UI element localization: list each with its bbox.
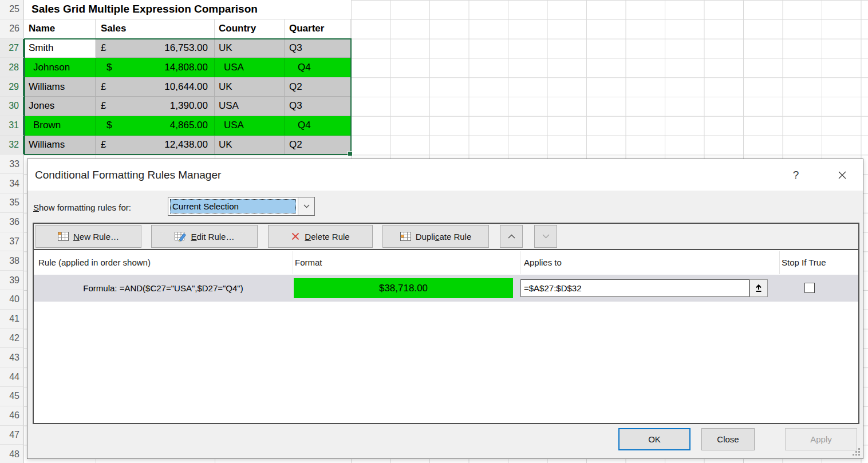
cell-country[interactable]: UK bbox=[215, 136, 285, 155]
header-format: Format bbox=[295, 250, 322, 275]
table-row: Williams £10,644.00 UK Q2 bbox=[24, 77, 351, 97]
excel-screen: 25 26 27 28 29 30 31 32 33 34 35 36 37 3… bbox=[0, 0, 868, 463]
dialog-titlebar: Conditional Formatting Rules Manager ? bbox=[27, 159, 863, 191]
col-header-name[interactable]: Name bbox=[24, 19, 96, 39]
sales-table: Sales Grid Multiple Expression Compariso… bbox=[24, 0, 351, 155]
currency-symbol: $ bbox=[106, 62, 112, 73]
row-header-31[interactable]: 31 bbox=[0, 116, 24, 136]
resize-grip[interactable] bbox=[853, 448, 860, 456]
show-rules-label: Show formatting rules for: bbox=[33, 198, 131, 217]
row-header-28[interactable]: 28 bbox=[0, 58, 24, 77]
dialog-title: Conditional Formatting Rules Manager bbox=[35, 159, 221, 191]
cell-name[interactable]: Williams bbox=[24, 77, 96, 97]
row-header-45[interactable]: 45 bbox=[0, 387, 24, 406]
edit-rule-icon bbox=[175, 232, 187, 242]
delete-x-icon bbox=[291, 232, 300, 241]
rules-list-header: Rule (applied in order shown) Format App… bbox=[34, 250, 858, 275]
cell-quarter[interactable]: Q4 bbox=[285, 58, 351, 77]
amount: 4,865.00 bbox=[170, 120, 208, 131]
cell-sales[interactable]: £10,644.00 bbox=[96, 77, 215, 97]
amount: 10,644.00 bbox=[164, 81, 208, 93]
header-applies-to: Applies to bbox=[524, 250, 562, 275]
cell-sales[interactable]: £16,753.00 bbox=[96, 39, 215, 58]
move-rule-down-button[interactable] bbox=[534, 225, 557, 248]
row-header-47[interactable]: 47 bbox=[0, 426, 24, 445]
row-header-35[interactable]: 35 bbox=[0, 193, 24, 213]
chevron-down-icon bbox=[542, 234, 550, 239]
apply-button[interactable]: Apply bbox=[785, 428, 857, 450]
cell-sales[interactable]: $4,865.00 bbox=[96, 116, 215, 136]
collapse-range-picker-button[interactable] bbox=[749, 279, 768, 297]
col-header-country[interactable]: Country bbox=[215, 19, 285, 39]
table-grid-icon bbox=[400, 232, 411, 241]
help-icon: ? bbox=[793, 169, 799, 181]
close-button[interactable] bbox=[833, 166, 851, 184]
cell-country[interactable]: USA bbox=[215, 97, 285, 116]
row-header-30[interactable]: 30 bbox=[0, 97, 24, 116]
row-header-29[interactable]: 29 bbox=[0, 77, 24, 97]
row-header-48[interactable]: 48 bbox=[0, 445, 24, 463]
row-header-33[interactable]: 33 bbox=[0, 155, 24, 174]
cell-name[interactable]: Williams bbox=[24, 136, 96, 155]
row-header-40[interactable]: 40 bbox=[0, 290, 24, 310]
currency-symbol: £ bbox=[101, 81, 106, 93]
cell-country[interactable]: USA bbox=[215, 116, 285, 136]
row-header-34[interactable]: 34 bbox=[0, 174, 24, 193]
col-header-quarter[interactable]: Quarter bbox=[285, 19, 351, 39]
cell-name[interactable]: Smith bbox=[24, 39, 96, 58]
applies-to-input[interactable] bbox=[520, 279, 749, 297]
row-header-column: 25 26 27 28 29 30 31 32 33 34 35 36 37 3… bbox=[0, 0, 24, 463]
col-header-sales[interactable]: Sales bbox=[96, 19, 215, 39]
amount: 12,438.00 bbox=[164, 139, 208, 151]
duplicate-rule-button[interactable]: Duplicate Rule bbox=[382, 225, 489, 248]
cell-quarter[interactable]: Q2 bbox=[285, 77, 351, 97]
table-row-highlighted: Johnson $14,808.00 USA Q4 bbox=[24, 58, 351, 77]
cell-quarter[interactable]: Q3 bbox=[285, 97, 351, 116]
delete-rule-button[interactable]: Delete Rule bbox=[268, 225, 373, 248]
arrow-up-from-bar-icon bbox=[755, 284, 763, 293]
table-row: Jones £1,390.00 USA Q3 bbox=[24, 97, 351, 116]
amount: 14,808.00 bbox=[164, 62, 208, 73]
cell-name[interactable]: Johnson bbox=[24, 58, 96, 77]
cell-quarter[interactable]: Q3 bbox=[285, 39, 351, 58]
sheet-title-cell[interactable]: Sales Grid Multiple Expression Compariso… bbox=[24, 0, 351, 19]
currency-symbol: £ bbox=[101, 139, 106, 151]
row-header-36[interactable]: 36 bbox=[0, 213, 24, 232]
row-header-41[interactable]: 41 bbox=[0, 310, 24, 329]
rule-list-item[interactable]: Formula: =AND($C27="USA",$D27="Q4") $38,… bbox=[34, 275, 858, 302]
row-header-39[interactable]: 39 bbox=[0, 271, 24, 290]
cell-sales[interactable]: $14,808.00 bbox=[96, 58, 215, 77]
close-dialog-button[interactable]: Close bbox=[701, 428, 755, 450]
cell-quarter[interactable]: Q2 bbox=[285, 136, 351, 155]
row-header-25[interactable]: 25 bbox=[0, 0, 24, 19]
row-header-46[interactable]: 46 bbox=[0, 406, 24, 426]
ok-button[interactable]: OK bbox=[618, 428, 691, 450]
new-rule-button[interactable]: New Rule… bbox=[35, 225, 141, 248]
cell-name[interactable]: Brown bbox=[24, 116, 96, 136]
cell-country[interactable]: UK bbox=[215, 39, 285, 58]
help-button[interactable]: ? bbox=[787, 166, 805, 184]
table-row: Smith £16,753.00 UK Q3 bbox=[24, 39, 351, 58]
cell-sales[interactable]: £1,390.00 bbox=[96, 97, 215, 116]
row-header-27[interactable]: 27 bbox=[0, 39, 24, 58]
show-rules-dropdown[interactable]: Current Selection bbox=[168, 197, 315, 216]
cell-country[interactable]: UK bbox=[215, 77, 285, 97]
header-rule: Rule (applied in order shown) bbox=[38, 250, 151, 275]
rules-list-container: New Rule… Edit Rule… Delete Rule Duplica… bbox=[33, 223, 859, 424]
cell-quarter[interactable]: Q4 bbox=[285, 116, 351, 136]
row-header-38[interactable]: 38 bbox=[0, 251, 24, 271]
amount: 1,390.00 bbox=[170, 100, 208, 112]
cell-country[interactable]: USA bbox=[215, 58, 285, 77]
move-rule-up-button[interactable] bbox=[500, 225, 523, 248]
cell-name[interactable]: Jones bbox=[24, 97, 96, 116]
stop-if-true-checkbox[interactable] bbox=[804, 283, 815, 293]
dropdown-arrow-button[interactable] bbox=[298, 197, 314, 215]
row-header-26[interactable]: 26 bbox=[0, 19, 24, 39]
row-header-37[interactable]: 37 bbox=[0, 232, 24, 252]
edit-rule-button[interactable]: Edit Rule… bbox=[151, 225, 258, 248]
row-header-32[interactable]: 32 bbox=[0, 136, 24, 155]
row-header-44[interactable]: 44 bbox=[0, 367, 24, 387]
row-header-42[interactable]: 42 bbox=[0, 329, 24, 349]
row-header-43[interactable]: 43 bbox=[0, 348, 24, 367]
cell-sales[interactable]: £12,438.00 bbox=[96, 136, 215, 155]
